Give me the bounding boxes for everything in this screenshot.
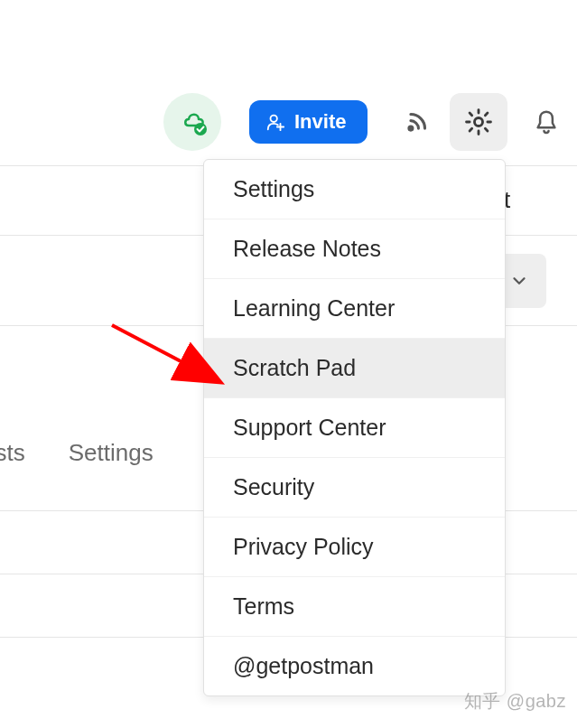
invite-button[interactable]: Invite xyxy=(249,100,368,144)
menu-item-scratch-pad[interactable]: Scratch Pad xyxy=(204,339,505,398)
gear-icon xyxy=(463,107,494,137)
menu-item-release-notes[interactable]: Release Notes xyxy=(204,219,505,279)
watermark: 知乎 @gabz xyxy=(464,689,566,714)
menu-item-settings[interactable]: Settings xyxy=(204,160,505,219)
satellite-icon xyxy=(402,107,433,137)
invite-user-icon xyxy=(265,112,285,132)
menu-item-getpostman[interactable]: @getpostman xyxy=(204,637,505,695)
svg-point-2 xyxy=(407,126,414,132)
chevron-down-icon xyxy=(509,271,529,291)
menu-item-security[interactable]: Security xyxy=(204,458,505,518)
cloud-check-icon xyxy=(174,104,210,140)
menu-item-privacy-policy[interactable]: Privacy Policy xyxy=(204,518,505,577)
menu-item-terms[interactable]: Terms xyxy=(204,577,505,637)
invite-label: Invite xyxy=(294,110,346,134)
notifications-button[interactable] xyxy=(517,93,575,151)
tab-tests-partial[interactable]: ests xyxy=(0,439,25,467)
svg-point-1 xyxy=(271,116,277,122)
menu-item-support-center[interactable]: Support Center xyxy=(204,398,505,458)
tab-settings[interactable]: Settings xyxy=(69,439,154,467)
tab-row: ests Settings xyxy=(0,439,154,467)
settings-gear-button[interactable] xyxy=(450,93,507,151)
menu-item-learning-center[interactable]: Learning Center xyxy=(204,279,505,339)
capture-requests-button[interactable] xyxy=(388,93,446,151)
topbar: Invite xyxy=(0,93,577,151)
cloud-sync-button[interactable] xyxy=(163,93,221,151)
svg-point-3 xyxy=(474,117,482,126)
bell-icon xyxy=(533,108,560,135)
settings-dropdown: Settings Release Notes Learning Center S… xyxy=(203,159,506,696)
